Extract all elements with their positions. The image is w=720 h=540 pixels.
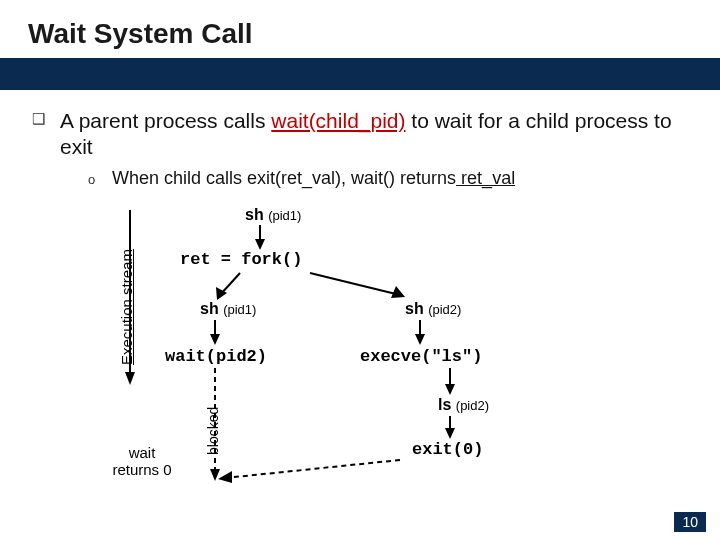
node-sh-right: sh (pid2) (405, 300, 461, 318)
sh-left-text: sh (200, 300, 219, 317)
pid1b: (pid1) (223, 302, 256, 317)
svg-marker-1 (125, 372, 135, 385)
bullet-2-fn: ret_val (456, 168, 515, 188)
wait-returns-2: returns 0 (112, 461, 171, 478)
node-sh-left: sh (pid1) (200, 300, 256, 318)
node-sh-top: sh (pid1) (245, 206, 301, 224)
svg-marker-13 (415, 334, 425, 345)
bullet-1: A parent process calls wait(child_pid) t… (60, 108, 680, 161)
svg-marker-3 (255, 239, 265, 250)
page-number: 10 (674, 512, 706, 532)
node-exit: exit(0) (412, 440, 483, 459)
bullet-1-pre: A parent process calls (60, 109, 271, 132)
axis-label: Execution stream (118, 249, 135, 365)
wait-returns-label: wait returns 0 (102, 445, 182, 478)
pid2b: (pid2) (456, 398, 489, 413)
svg-marker-15 (445, 384, 455, 395)
node-wait: wait(pid2) (165, 347, 267, 366)
bullet-1-fn: wait(child_pid) (271, 109, 405, 132)
blocked-label: blocked (205, 407, 221, 455)
sub-bullet-glyph: o (88, 172, 95, 187)
slide: Wait System Call ❑ A parent process call… (0, 0, 720, 540)
bullet-2-pre: When child calls exit(ret_val), wait() r… (112, 168, 456, 188)
title-band (0, 58, 720, 90)
pid2a: (pid2) (428, 302, 461, 317)
slide-title: Wait System Call (28, 18, 253, 50)
bullet-glyph-1: ❑ (32, 110, 45, 128)
svg-marker-7 (391, 286, 405, 298)
sh-right-text: sh (405, 300, 424, 317)
svg-line-6 (310, 273, 400, 295)
svg-marker-19 (218, 471, 232, 483)
svg-marker-17 (445, 428, 455, 439)
bullet-2: When child calls exit(ret_val), wait() r… (112, 168, 515, 189)
pid1a: (pid1) (268, 208, 301, 223)
node-ls: ls (pid2) (438, 396, 489, 414)
svg-line-18 (225, 460, 400, 478)
node-execve: execve("ls") (360, 347, 482, 366)
ls-text: ls (438, 396, 451, 413)
wait-returns-1: wait (129, 444, 156, 461)
node-fork: ret = fork() (180, 250, 302, 269)
sh-top-text: sh (245, 206, 264, 223)
execution-diagram: Execution stream sh (pid1) ret = fork() … (60, 200, 620, 500)
svg-marker-11 (210, 469, 220, 481)
svg-marker-9 (210, 334, 220, 345)
